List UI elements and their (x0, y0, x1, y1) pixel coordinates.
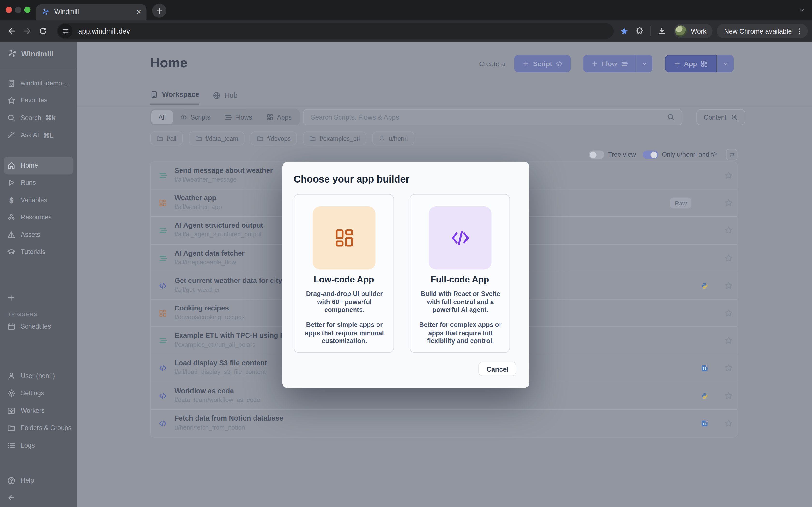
app-dropdown-button[interactable] (717, 55, 734, 72)
display-settings-button[interactable] (726, 149, 737, 160)
tab-hub[interactable]: Hub (213, 91, 237, 105)
folder-chip-f-devops[interactable]: f/devops (251, 131, 297, 145)
extensions-icon[interactable] (632, 27, 648, 35)
sidebar-item-help[interactable]: Help (0, 472, 77, 489)
create-script-button[interactable]: Script (514, 55, 570, 72)
sidebar-item-assets[interactable]: Assets (0, 226, 77, 243)
sidebar-item-tutorials[interactable]: Tutorials (0, 243, 77, 261)
sidebar-item-ask-ai[interactable]: Ask AI⌘L (0, 126, 77, 144)
search-placeholder: Search Scripts, Flows & Apps (311, 113, 667, 121)
folder-icon (257, 135, 264, 142)
tab-search-icon[interactable] (799, 7, 805, 13)
item-path: f/all/weather_app (174, 204, 222, 211)
search-input[interactable]: Search Scripts, Flows & Apps (303, 109, 683, 125)
downloads-icon[interactable] (654, 27, 670, 35)
chrome-update-button[interactable]: New Chrome available (717, 24, 808, 38)
filter-segment-scripts[interactable]: Scripts (173, 110, 218, 124)
cubes-icon (7, 213, 15, 221)
sidebar-item-label: Logs (21, 442, 35, 449)
item-title: Load display S3 file content (174, 359, 267, 367)
app-type-icon (159, 309, 167, 317)
building-icon (7, 79, 15, 87)
content-search-button[interactable]: Content (697, 109, 745, 125)
pyramid-icon (7, 231, 15, 239)
folder-chip-f-all[interactable]: f/all (150, 131, 183, 145)
window-close-button[interactable] (6, 7, 12, 13)
app-grid-icon (701, 60, 708, 67)
url-text: app.windmill.dev (78, 27, 130, 35)
sidebar-item-label: Settings (21, 390, 44, 397)
bookmark-star-icon[interactable] (616, 26, 632, 35)
create-app-button[interactable]: App (665, 55, 717, 72)
flow-dropdown-button[interactable] (636, 55, 653, 72)
favorite-star-icon[interactable] (724, 309, 733, 317)
favorite-star-icon[interactable] (724, 254, 733, 262)
flow-bars-icon (621, 60, 627, 67)
sidebar-item-workers[interactable]: Workers (0, 402, 77, 419)
item-path: f/examples_etl/run_all_polars (174, 341, 255, 348)
favorite-star-icon[interactable] (724, 391, 733, 400)
profile-chip[interactable]: Work (674, 24, 713, 38)
refresh-button[interactable] (35, 23, 51, 39)
favorite-star-icon[interactable] (724, 364, 733, 372)
window-minimize-button[interactable] (15, 7, 21, 13)
full-code-app-card[interactable]: Full-code App Build with React or Svelte… (410, 194, 510, 353)
site-settings-icon[interactable] (58, 24, 72, 38)
brand-name: Windmill (21, 49, 54, 58)
sidebar-item-user-henri[interactable]: User (henri) (0, 367, 77, 385)
sidebar-item-home[interactable]: Home (4, 157, 73, 174)
filter-segment-apps[interactable]: Apps (259, 110, 299, 124)
browser-menu-icon[interactable] (796, 27, 804, 35)
full-code-desc-1: Build with React or Svelte with full con… (415, 290, 506, 314)
sidebar-item-variables[interactable]: $Variables (0, 191, 77, 209)
folder-chip-f-examples-etl[interactable]: f/examples_etl (303, 131, 366, 145)
favorite-star-icon[interactable] (724, 281, 733, 289)
filter-segment-flows[interactable]: Flows (217, 110, 259, 124)
sidebar-item-folders-groups[interactable]: Folders & Groups (0, 419, 77, 437)
sidebar-item-settings[interactable]: Settings (0, 385, 77, 402)
sidebar-item-schedules[interactable]: Schedules (0, 318, 77, 335)
item-title: Workflow as code (174, 387, 234, 394)
sidebar-item-runs[interactable]: Runs (0, 174, 77, 191)
sidebar-item-label: User (henri) (21, 372, 55, 380)
sidebar-item-search[interactable]: Search⌘k (0, 109, 77, 126)
plus-icon (523, 60, 529, 67)
sidebar-item-favorites[interactable]: Favorites (0, 92, 77, 109)
forward-button[interactable] (19, 23, 35, 39)
favorite-star-icon[interactable] (724, 226, 733, 234)
sidebar-item-logs[interactable]: Logs (0, 437, 77, 454)
sidebar-item-label: Variables (21, 196, 47, 204)
owner-filter-toggle[interactable] (643, 151, 658, 159)
script-type-icon (159, 282, 167, 289)
avatar (675, 25, 687, 37)
low-code-app-card[interactable]: Low-code App Drag-and-drop UI builder wi… (294, 194, 394, 353)
address-bar[interactable]: app.windmill.dev (57, 23, 614, 39)
tab-close-icon[interactable]: ✕ (136, 9, 141, 15)
sidebar-add-trigger-button[interactable] (7, 294, 15, 301)
windmill-brand[interactable]: Windmill (7, 48, 53, 58)
folder-chip-f-data-team[interactable]: f/data_team (189, 131, 244, 145)
favorite-star-icon[interactable] (724, 199, 733, 207)
browser-tab-strip: Windmill ✕ (0, 0, 812, 19)
wand-icon (7, 131, 15, 139)
collapse-sidebar-icon[interactable] (7, 494, 15, 502)
favorite-star-icon[interactable] (724, 419, 733, 427)
sidebar-item-windmill-demo[interactable]: windmill-demo-... (0, 74, 77, 92)
create-flow-button[interactable]: Flow (583, 55, 636, 72)
sidebar-item-label: Assets (21, 231, 40, 238)
cancel-button[interactable]: Cancel (479, 362, 516, 376)
folder-chip-u-henri[interactable]: u/henri (372, 131, 414, 145)
tab-workspace[interactable]: Workspace (150, 91, 199, 105)
item-path: f/all/irreplaceable_flow (174, 258, 236, 266)
window-zoom-button[interactable] (24, 7, 31, 13)
sidebar-item-resources[interactable]: Resources (0, 209, 77, 226)
favorite-star-icon[interactable] (724, 171, 733, 179)
list-item[interactable]: Fetch data from Notion databaseu/henri/f… (151, 409, 737, 437)
browser-tab[interactable]: Windmill ✕ (36, 4, 146, 19)
tree-view-toggle[interactable] (589, 151, 604, 159)
favorite-star-icon[interactable] (724, 336, 733, 344)
back-button[interactable] (4, 23, 19, 39)
new-tab-button[interactable] (152, 4, 166, 18)
item-title: AI Agent structured output (174, 222, 263, 229)
filter-segment-all[interactable]: All (151, 110, 173, 124)
